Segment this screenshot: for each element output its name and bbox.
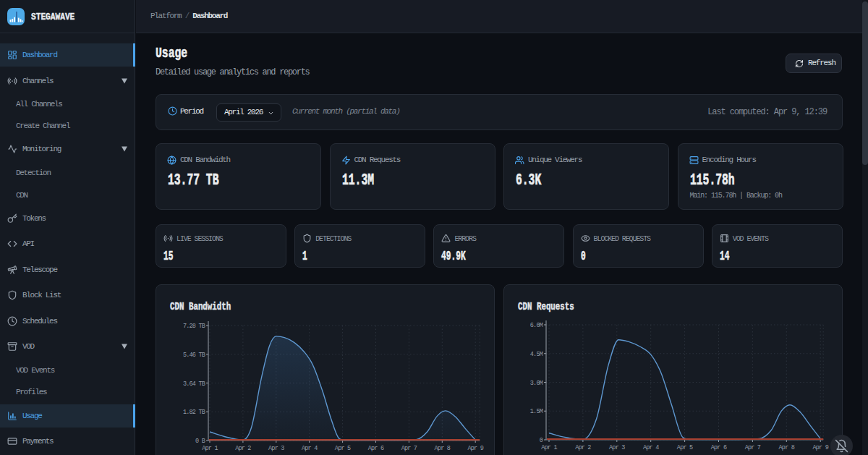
svg-text:3.0M: 3.0M bbox=[530, 380, 543, 387]
svg-text:1.5M: 1.5M bbox=[530, 408, 543, 415]
svg-text:0 B: 0 B bbox=[195, 438, 205, 445]
svg-text:0: 0 bbox=[540, 437, 543, 444]
svg-text:Apr 9: Apr 9 bbox=[812, 444, 828, 451]
svg-text:Apr 7: Apr 7 bbox=[745, 444, 761, 451]
svg-text:Apr 9: Apr 9 bbox=[467, 445, 483, 452]
svg-text:Apr 1: Apr 1 bbox=[541, 444, 557, 451]
svg-text:Apr 5: Apr 5 bbox=[335, 445, 351, 452]
svg-text:1.82 TB: 1.82 TB bbox=[183, 409, 205, 416]
svg-text:5.46 TB: 5.46 TB bbox=[183, 352, 205, 359]
svg-text:Apr 8: Apr 8 bbox=[435, 445, 451, 452]
svg-text:Apr 3: Apr 3 bbox=[268, 445, 284, 452]
svg-text:Apr 7: Apr 7 bbox=[401, 445, 417, 452]
svg-text:7.28 TB: 7.28 TB bbox=[183, 323, 205, 330]
svg-text:4.5M: 4.5M bbox=[530, 351, 543, 358]
svg-text:6.0M: 6.0M bbox=[530, 322, 543, 329]
svg-text:3.64 TB: 3.64 TB bbox=[183, 380, 205, 388]
svg-text:Apr 3: Apr 3 bbox=[609, 444, 625, 451]
svg-text:Apr 6: Apr 6 bbox=[711, 444, 727, 451]
svg-text:Apr 2: Apr 2 bbox=[575, 444, 591, 451]
svg-text:Apr 6: Apr 6 bbox=[368, 445, 384, 452]
svg-text:Apr 1: Apr 1 bbox=[202, 445, 218, 452]
svg-text:Apr 4: Apr 4 bbox=[302, 445, 318, 452]
svg-text:Apr 2: Apr 2 bbox=[235, 445, 251, 452]
svg-text:Apr 4: Apr 4 bbox=[643, 444, 659, 451]
svg-text:Apr 5: Apr 5 bbox=[677, 444, 693, 451]
svg-text:Apr 8: Apr 8 bbox=[779, 444, 795, 451]
